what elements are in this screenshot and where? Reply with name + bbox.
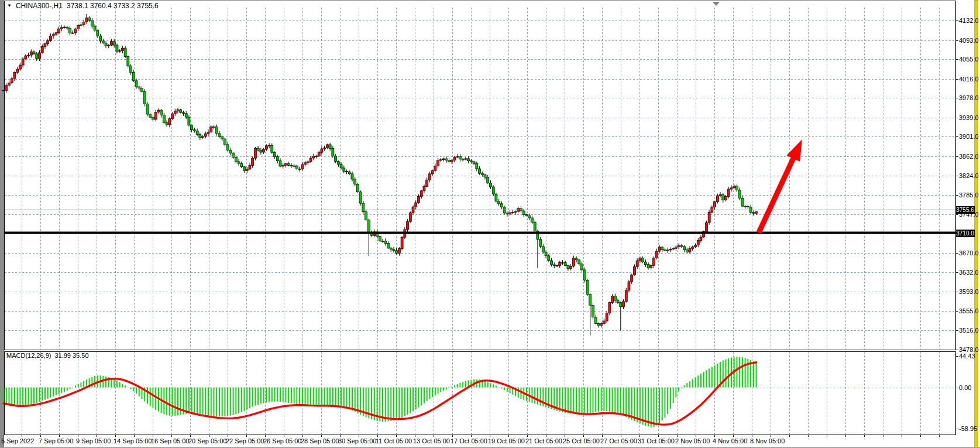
chart-canvas[interactable] [0,0,980,448]
time-axis-label: 22 Sep 05:00 [226,437,264,444]
time-axis-label: 11 Oct 05:00 [376,437,412,444]
symbol-dropdown-icon[interactable]: ▼ [7,3,12,8]
price-axis-label: 4132.0 [959,17,979,24]
macd-indicator-label: MACD(12,26,9) [6,352,51,359]
macd-axis-label: 44.43 [959,353,975,360]
time-axis-label: 9 Sep 05:00 [76,437,111,444]
trend-arrow[interactable] [759,139,802,232]
time-axis-label: 28 Sep 05:00 [301,437,339,444]
price-axis-label: 3516.0 [959,327,979,334]
time-axis-label: 19 Oct 05:00 [488,437,525,444]
gridlines [5,8,955,434]
time-axis-label: 5 Sep 2022 [1,437,34,444]
price-axis-label: 4055.0 [959,56,979,63]
time-axis-label: 26 Sep 05:00 [263,437,301,444]
time-axis-label: 7 Sep 05:00 [39,437,73,444]
time-axis-label: 14 Sep 05:00 [114,437,152,444]
time-axis-label: 27 Oct 05:00 [600,437,637,444]
chart-shift-marker [713,2,720,6]
current-price-badge: 3755.6 [955,206,975,214]
axis-ticks [4,21,959,437]
price-axis-label: 3632.0 [959,269,979,276]
time-axis-label: 31 Oct 05:00 [638,437,675,444]
time-axis-label: 8 Nov 05:00 [750,437,785,444]
price-axis-label: 3978.0 [959,94,979,101]
time-axis-label: 16 Sep 05:00 [151,437,189,444]
price-axis-label: 4016.0 [959,76,979,83]
time-axis-label: 21 Oct 05:00 [525,437,562,444]
price-axis-label: 3670.0 [959,249,979,257]
price-axis-label: 3824.0 [959,172,979,179]
time-axis-label: 30 Sep 05:00 [338,437,376,444]
macd-axis-label: -58.95 [959,425,977,432]
price-axis-label: 4093.0 [959,37,979,44]
trading-chart-window: ▼ CHINA300-,H1 3738.1 3760.4 3733.2 3755… [0,0,980,448]
price-axis-label: 3862.0 [959,153,979,160]
support-line-badge: 3710.0 [955,230,975,237]
chart-header: ▼ CHINA300-,H1 3738.1 3760.4 3733.2 3755… [7,2,159,10]
macd-values: 31.99 35.50 [54,352,88,359]
plot-borders [5,1,956,435]
macd-header: MACD(12,26,9) 31.99 35.50 [6,352,89,359]
candles [2,14,758,336]
macd-axis-label: 0.00 [959,384,971,391]
time-axis-label: 13 Oct 05:00 [413,437,450,444]
time-axis-label: 2 Nov 05:00 [675,437,710,444]
price-axis-label: 3555.0 [959,307,979,314]
price-axis-label: 3901.0 [959,133,979,140]
time-axis-label: 17 Oct 05:00 [451,437,487,444]
ohlc-readout: 3738.1 3760.4 3733.2 3755.6 [67,2,159,10]
price-axis-label: 3939.0 [959,114,979,121]
time-axis-label: 25 Oct 05:00 [563,437,600,444]
time-axis-label: 4 Nov 05:00 [713,437,747,444]
symbol-period-label: CHINA300-,H1 [16,2,63,10]
right-scroll-strip[interactable] [975,0,978,448]
time-axis-label: 20 Sep 05:00 [188,437,226,444]
price-axis-label: 3785.0 [959,191,979,199]
price-axis-label: 3593.0 [959,288,979,295]
